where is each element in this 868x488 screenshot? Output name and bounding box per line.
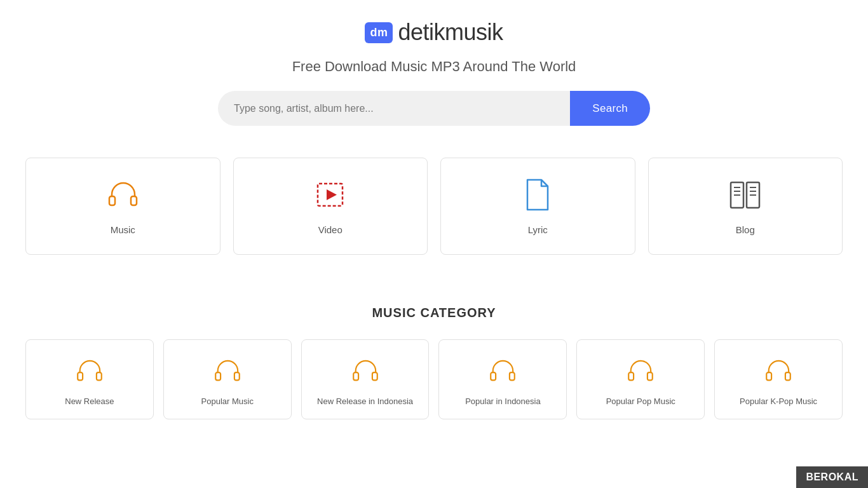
music-card-label-popular-indonesia: Popular in Indonesia xyxy=(465,396,541,406)
svg-rect-22 xyxy=(766,372,771,380)
music-card-popular-music[interactable]: Popular Music xyxy=(163,339,292,419)
headphones-icon-popular-pop xyxy=(625,356,656,389)
svg-rect-13 xyxy=(97,372,102,380)
search-input[interactable] xyxy=(218,91,570,126)
search-button[interactable]: Search xyxy=(570,91,650,126)
page-subtitle: Free Download Music MP3 Around The World xyxy=(292,58,576,75)
category-grid: Music Video xyxy=(25,158,843,255)
svg-rect-0 xyxy=(109,196,115,205)
category-label-video: Video xyxy=(318,224,342,235)
category-label-blog: Blog xyxy=(736,224,755,235)
category-label-music: Music xyxy=(111,224,135,235)
svg-marker-3 xyxy=(327,189,337,200)
svg-rect-20 xyxy=(628,372,634,380)
music-card-popular-pop[interactable]: Popular Pop Music xyxy=(576,339,705,419)
music-card-label-popular-music: Popular Music xyxy=(201,396,254,406)
svg-rect-16 xyxy=(353,372,358,380)
lyric-icon xyxy=(522,177,553,215)
main-categories: Music Video xyxy=(0,158,868,255)
svg-rect-19 xyxy=(510,372,515,380)
svg-rect-15 xyxy=(234,372,240,380)
svg-rect-18 xyxy=(491,372,496,380)
logo[interactable]: dm detikmusik xyxy=(365,19,503,46)
music-card-popular-indonesia[interactable]: Popular in Indonesia xyxy=(438,339,567,419)
headphones-icon-popular-indonesia xyxy=(487,356,518,389)
watermark: BEROKAL xyxy=(796,466,868,488)
search-bar: Search xyxy=(218,91,650,126)
category-card-lyric[interactable]: Lyric xyxy=(440,158,635,255)
category-card-video[interactable]: Video xyxy=(233,158,428,255)
svg-rect-21 xyxy=(648,372,653,380)
music-card-new-release-indonesia[interactable]: New Release in Indonesia xyxy=(301,339,430,419)
header: dm detikmusik xyxy=(0,0,868,52)
music-card-popular-kpop[interactable]: Popular K-Pop Music xyxy=(714,339,843,419)
music-card-label-popular-kpop: Popular K-Pop Music xyxy=(740,396,817,406)
headphones-icon-new-release-indonesia xyxy=(350,356,381,389)
video-icon xyxy=(313,177,348,215)
svg-rect-14 xyxy=(215,372,220,380)
category-card-music[interactable]: Music xyxy=(25,158,220,255)
svg-rect-23 xyxy=(785,372,790,380)
music-category-grid: New Release Popular Music xyxy=(25,339,843,419)
category-label-lyric: Lyric xyxy=(528,224,548,235)
headphones-icon-popular-music xyxy=(212,356,243,389)
category-card-blog[interactable]: Blog xyxy=(648,158,843,255)
headphones-icon-popular-kpop xyxy=(763,356,794,389)
svg-rect-1 xyxy=(131,196,137,205)
music-card-label-new-release-indonesia: New Release in Indonesia xyxy=(317,396,413,406)
svg-rect-12 xyxy=(78,372,83,380)
music-card-label-popular-pop: Popular Pop Music xyxy=(606,396,675,406)
blog-icon xyxy=(728,177,763,215)
svg-rect-17 xyxy=(372,372,377,380)
music-card-label-new-release: New Release xyxy=(65,396,114,406)
music-category-title: MUSIC CATEGORY xyxy=(25,306,843,320)
logo-text: detikmusik xyxy=(398,19,503,46)
headphones-icon-new-release xyxy=(74,356,105,389)
music-card-new-release[interactable]: New Release xyxy=(25,339,154,419)
headphones-icon xyxy=(105,177,140,215)
logo-icon: dm xyxy=(365,22,393,43)
music-category-section: MUSIC CATEGORY New Release xyxy=(0,306,868,419)
